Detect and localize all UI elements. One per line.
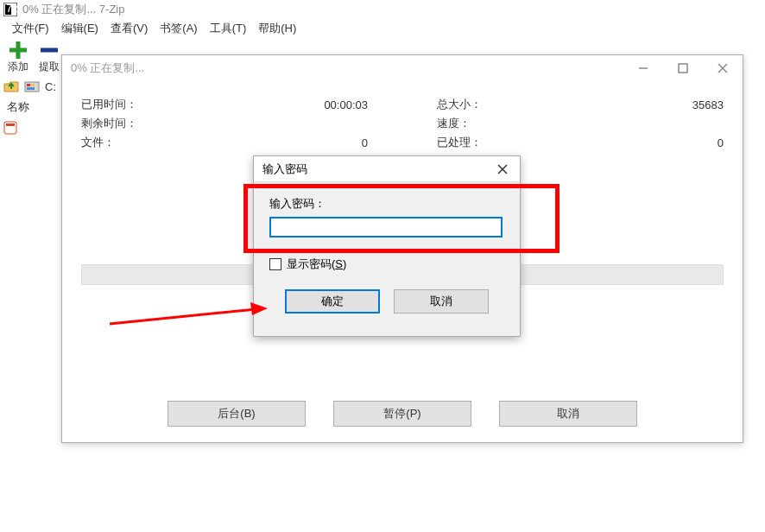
processed-value: 0 bbox=[718, 136, 724, 149]
file-icon bbox=[3, 121, 17, 135]
minus-icon bbox=[41, 41, 58, 60]
progress-title: 0% 正在复制... bbox=[62, 60, 144, 76]
password-cancel-button[interactable]: 取消 bbox=[394, 289, 489, 314]
menubar: 文件(F) 编辑(E) 查看(V) 书签(A) 工具(T) 帮助(H) bbox=[0, 19, 765, 38]
password-input[interactable] bbox=[269, 217, 503, 238]
show-password-label: 显示密码(S) bbox=[287, 256, 346, 272]
folder-up-icon[interactable] bbox=[3, 79, 19, 94]
menu-edit[interactable]: 编辑(E) bbox=[56, 19, 104, 38]
minimize-button[interactable] bbox=[623, 55, 663, 81]
menu-tools[interactable]: 工具(T) bbox=[205, 19, 252, 38]
svg-rect-4 bbox=[27, 84, 30, 86]
password-ok-button[interactable]: 确定 bbox=[285, 289, 380, 314]
plus-icon bbox=[9, 41, 27, 60]
svg-rect-9 bbox=[679, 64, 687, 73]
total-size-value: 35683 bbox=[692, 98, 724, 111]
remaining-time-label: 剩余时间： bbox=[81, 116, 137, 131]
maximize-button[interactable] bbox=[663, 55, 703, 81]
app-7zip-icon: 7z bbox=[3, 3, 17, 16]
password-prompt-label: 输入密码： bbox=[269, 196, 504, 212]
toolbar-add-button[interactable]: 添加 bbox=[3, 40, 33, 74]
speed-label: 速度： bbox=[437, 116, 471, 131]
processed-label: 已处理： bbox=[437, 135, 482, 150]
menu-file[interactable]: 文件(F) bbox=[7, 19, 54, 38]
password-close-button[interactable] bbox=[485, 156, 520, 182]
menu-bookmarks[interactable]: 书签(A) bbox=[155, 19, 202, 38]
disk-icon bbox=[24, 79, 40, 94]
svg-rect-3 bbox=[25, 82, 39, 92]
password-titlebar: 输入密码 bbox=[254, 156, 520, 182]
svg-rect-5 bbox=[31, 84, 35, 86]
svg-rect-8 bbox=[6, 124, 15, 126]
close-button[interactable] bbox=[703, 55, 743, 81]
background-button[interactable]: 后台(B) bbox=[168, 401, 306, 427]
elapsed-time-value: 00:00:03 bbox=[324, 98, 368, 111]
cancel-button[interactable]: 取消 bbox=[499, 401, 637, 427]
pause-button[interactable]: 暂停(P) bbox=[333, 401, 471, 427]
main-title: 0% 正在复制... 7-Zip bbox=[22, 2, 124, 17]
svg-text:7z: 7z bbox=[6, 3, 17, 15]
files-label: 文件： bbox=[81, 135, 115, 150]
toolbar-extract-button[interactable]: 提取 bbox=[35, 40, 64, 74]
svg-rect-6 bbox=[27, 87, 35, 90]
password-dialog: 输入密码 输入密码： 显示密码(S) 确定 取消 bbox=[253, 155, 521, 337]
show-password-checkbox[interactable] bbox=[269, 258, 281, 270]
elapsed-time-label: 已用时间： bbox=[81, 97, 137, 112]
password-dialog-title: 输入密码 bbox=[262, 162, 307, 177]
total-size-label: 总大小： bbox=[437, 97, 482, 112]
menu-help[interactable]: 帮助(H) bbox=[253, 19, 301, 38]
menu-view[interactable]: 查看(V) bbox=[105, 19, 153, 38]
files-value: 0 bbox=[362, 136, 368, 149]
main-titlebar: 7z 0% 正在复制... 7-Zip bbox=[0, 0, 765, 19]
path-text[interactable]: C: bbox=[45, 80, 56, 93]
progress-titlebar: 0% 正在复制... bbox=[62, 55, 743, 81]
